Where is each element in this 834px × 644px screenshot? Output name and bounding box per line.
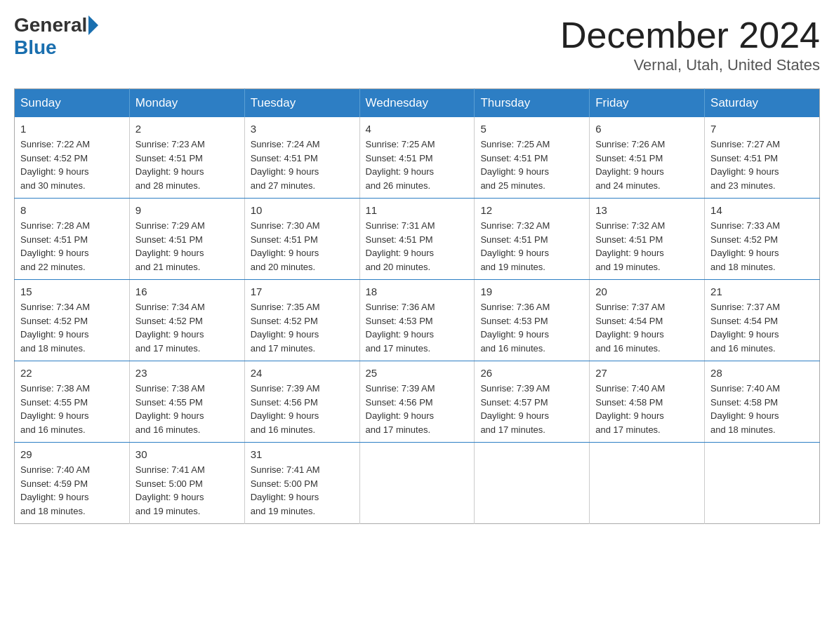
day-number: 7 — [710, 123, 814, 135]
day-info: Sunrise: 7:32 AM Sunset: 4:51 PM Dayligh… — [480, 219, 583, 274]
day-info: Sunrise: 7:29 AM Sunset: 4:51 PM Dayligh… — [135, 219, 239, 274]
month-title: December 2024 — [560, 14, 820, 56]
calendar-cell: 8 Sunrise: 7:28 AM Sunset: 4:51 PM Dayli… — [15, 199, 130, 280]
day-info: Sunrise: 7:24 AM Sunset: 4:51 PM Dayligh… — [251, 137, 354, 192]
calendar-cell: 30 Sunrise: 7:41 AM Sunset: 5:00 PM Dayl… — [129, 443, 244, 524]
day-number: 13 — [595, 204, 699, 216]
calendar-cell: 15 Sunrise: 7:34 AM Sunset: 4:52 PM Dayl… — [15, 280, 130, 361]
day-header-tuesday: Tuesday — [244, 89, 359, 118]
day-info: Sunrise: 7:37 AM Sunset: 4:54 PM Dayligh… — [595, 300, 699, 355]
day-number: 9 — [135, 204, 239, 216]
calendar-cell: 18 Sunrise: 7:36 AM Sunset: 4:53 PM Dayl… — [359, 280, 475, 361]
logo-arrow-icon — [88, 15, 98, 35]
day-number: 21 — [710, 286, 814, 297]
logo-blue-text: Blue — [14, 36, 57, 59]
day-info: Sunrise: 7:32 AM Sunset: 4:51 PM Dayligh… — [595, 219, 699, 274]
day-header-sunday: Sunday — [15, 89, 130, 118]
day-number: 28 — [710, 367, 814, 379]
day-number: 1 — [20, 123, 124, 135]
page-header: General Blue December 2024 Vernal, Utah,… — [14, 14, 820, 74]
day-number: 30 — [135, 448, 239, 460]
day-number: 12 — [480, 204, 583, 216]
day-header-monday: Monday — [129, 89, 244, 118]
calendar-week-row: 15 Sunrise: 7:34 AM Sunset: 4:52 PM Dayl… — [15, 280, 820, 361]
logo: General Blue — [14, 14, 100, 59]
day-number: 16 — [135, 286, 239, 297]
calendar-week-row: 1 Sunrise: 7:22 AM Sunset: 4:52 PM Dayli… — [15, 117, 820, 199]
calendar-cell — [590, 443, 705, 524]
day-number: 17 — [251, 286, 354, 297]
day-number: 3 — [251, 123, 354, 135]
calendar-cell — [705, 443, 820, 524]
day-number: 19 — [480, 286, 583, 297]
day-info: Sunrise: 7:36 AM Sunset: 4:53 PM Dayligh… — [366, 300, 469, 355]
calendar-cell: 13 Sunrise: 7:32 AM Sunset: 4:51 PM Dayl… — [590, 199, 705, 280]
calendar-cell: 28 Sunrise: 7:40 AM Sunset: 4:58 PM Dayl… — [705, 361, 820, 443]
day-number: 23 — [135, 367, 239, 379]
calendar-cell — [359, 443, 475, 524]
logo-general-text: General — [14, 14, 87, 36]
day-number: 26 — [480, 367, 583, 379]
calendar-cell: 9 Sunrise: 7:29 AM Sunset: 4:51 PM Dayli… — [129, 199, 244, 280]
day-number: 5 — [480, 123, 583, 135]
calendar-cell: 6 Sunrise: 7:26 AM Sunset: 4:51 PM Dayli… — [590, 117, 705, 199]
day-info: Sunrise: 7:34 AM Sunset: 4:52 PM Dayligh… — [20, 300, 124, 355]
day-header-friday: Friday — [590, 89, 705, 118]
day-number: 2 — [135, 123, 239, 135]
day-header-thursday: Thursday — [475, 89, 590, 118]
day-number: 20 — [595, 286, 699, 297]
calendar-cell: 21 Sunrise: 7:37 AM Sunset: 4:54 PM Dayl… — [705, 280, 820, 361]
day-info: Sunrise: 7:23 AM Sunset: 4:51 PM Dayligh… — [135, 137, 239, 192]
day-info: Sunrise: 7:39 AM Sunset: 4:56 PM Dayligh… — [366, 382, 469, 436]
day-number: 8 — [20, 204, 124, 216]
calendar-cell: 19 Sunrise: 7:36 AM Sunset: 4:53 PM Dayl… — [475, 280, 590, 361]
day-info: Sunrise: 7:25 AM Sunset: 4:51 PM Dayligh… — [480, 137, 583, 192]
location-text: Vernal, Utah, United States — [560, 56, 820, 74]
calendar-week-row: 29 Sunrise: 7:40 AM Sunset: 4:59 PM Dayl… — [15, 443, 820, 524]
calendar-header-row: SundayMondayTuesdayWednesdayThursdayFrid… — [15, 89, 820, 118]
calendar-cell: 5 Sunrise: 7:25 AM Sunset: 4:51 PM Dayli… — [475, 117, 590, 199]
calendar-cell: 27 Sunrise: 7:40 AM Sunset: 4:58 PM Dayl… — [590, 361, 705, 443]
day-info: Sunrise: 7:38 AM Sunset: 4:55 PM Dayligh… — [20, 382, 124, 436]
day-number: 11 — [366, 204, 469, 216]
day-info: Sunrise: 7:41 AM Sunset: 5:00 PM Dayligh… — [251, 463, 354, 518]
day-info: Sunrise: 7:28 AM Sunset: 4:51 PM Dayligh… — [20, 219, 124, 274]
calendar-cell: 20 Sunrise: 7:37 AM Sunset: 4:54 PM Dayl… — [590, 280, 705, 361]
day-number: 31 — [251, 448, 354, 460]
day-info: Sunrise: 7:37 AM Sunset: 4:54 PM Dayligh… — [710, 300, 814, 355]
calendar-cell: 17 Sunrise: 7:35 AM Sunset: 4:52 PM Dayl… — [244, 280, 359, 361]
day-number: 4 — [366, 123, 469, 135]
day-number: 27 — [595, 367, 699, 379]
day-number: 14 — [710, 204, 814, 216]
day-info: Sunrise: 7:35 AM Sunset: 4:52 PM Dayligh… — [251, 300, 354, 355]
day-info: Sunrise: 7:36 AM Sunset: 4:53 PM Dayligh… — [480, 300, 583, 355]
calendar-cell: 2 Sunrise: 7:23 AM Sunset: 4:51 PM Dayli… — [129, 117, 244, 199]
day-info: Sunrise: 7:27 AM Sunset: 4:51 PM Dayligh… — [710, 137, 814, 192]
day-info: Sunrise: 7:40 AM Sunset: 4:59 PM Dayligh… — [20, 463, 124, 518]
day-info: Sunrise: 7:33 AM Sunset: 4:52 PM Dayligh… — [710, 219, 814, 274]
day-info: Sunrise: 7:40 AM Sunset: 4:58 PM Dayligh… — [710, 382, 814, 436]
calendar-cell: 14 Sunrise: 7:33 AM Sunset: 4:52 PM Dayl… — [705, 199, 820, 280]
day-info: Sunrise: 7:39 AM Sunset: 4:56 PM Dayligh… — [251, 382, 354, 436]
day-number: 24 — [251, 367, 354, 379]
calendar-cell: 11 Sunrise: 7:31 AM Sunset: 4:51 PM Dayl… — [359, 199, 475, 280]
day-info: Sunrise: 7:25 AM Sunset: 4:51 PM Dayligh… — [366, 137, 469, 192]
calendar-cell: 4 Sunrise: 7:25 AM Sunset: 4:51 PM Dayli… — [359, 117, 475, 199]
calendar-cell: 23 Sunrise: 7:38 AM Sunset: 4:55 PM Dayl… — [129, 361, 244, 443]
calendar-cell: 3 Sunrise: 7:24 AM Sunset: 4:51 PM Dayli… — [244, 117, 359, 199]
day-number: 6 — [595, 123, 699, 135]
day-info: Sunrise: 7:30 AM Sunset: 4:51 PM Dayligh… — [251, 219, 354, 274]
day-info: Sunrise: 7:22 AM Sunset: 4:52 PM Dayligh… — [20, 137, 124, 192]
calendar-cell — [475, 443, 590, 524]
day-info: Sunrise: 7:31 AM Sunset: 4:51 PM Dayligh… — [366, 219, 469, 274]
day-header-saturday: Saturday — [705, 89, 820, 118]
day-number: 25 — [366, 367, 469, 379]
calendar-cell: 29 Sunrise: 7:40 AM Sunset: 4:59 PM Dayl… — [15, 443, 130, 524]
day-info: Sunrise: 7:26 AM Sunset: 4:51 PM Dayligh… — [595, 137, 699, 192]
day-number: 15 — [20, 286, 124, 297]
title-section: December 2024 Vernal, Utah, United State… — [560, 14, 820, 74]
day-number: 29 — [20, 448, 124, 460]
day-info: Sunrise: 7:38 AM Sunset: 4:55 PM Dayligh… — [135, 382, 239, 436]
calendar-cell: 12 Sunrise: 7:32 AM Sunset: 4:51 PM Dayl… — [475, 199, 590, 280]
calendar-week-row: 22 Sunrise: 7:38 AM Sunset: 4:55 PM Dayl… — [15, 361, 820, 443]
